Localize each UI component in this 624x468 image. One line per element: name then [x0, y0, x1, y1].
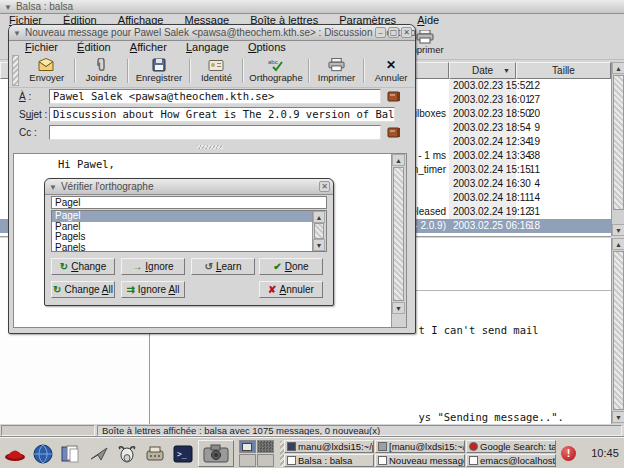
to-input[interactable]: Pawel Salek <pawsa@theochem.kth.se> [49, 89, 381, 104]
suggestion-item[interactable]: Pagels [52, 232, 326, 243]
window-menu-icon[interactable]: ▼ [49, 180, 57, 195]
scrollbar-thumb[interactable] [314, 223, 324, 239]
menu-item[interactable]: Aide [413, 14, 443, 26]
task-button[interactable]: [manu@lxdsi15:~/ma [375, 440, 465, 453]
scrollbar-thumb[interactable] [613, 251, 624, 410]
save-button[interactable]: Enregistrer [131, 55, 187, 86]
message-list-scrollbar[interactable]: ▲ ▼ [611, 62, 624, 236]
learn-button[interactable]: ↺Learn [191, 258, 255, 275]
scroll-up-icon[interactable]: ▲ [392, 154, 405, 166]
main-window-titlebar[interactable]: ▼Balsa : balsa [0, 0, 624, 14]
scroll-down-icon[interactable]: ▼ [313, 239, 325, 251]
suggestion-item[interactable]: Pagel [52, 211, 326, 222]
attach-button[interactable]: Joindre [78, 55, 126, 86]
taskbar: >_ manu@lxdsi15:~/prog [0, 437, 624, 468]
misspelled-word-input[interactable]: Pagel [51, 196, 327, 209]
close-icon[interactable]: ✕ [319, 181, 330, 192]
compose-body-scrollbar[interactable]: ▲ ▼ [391, 154, 406, 327]
task-button[interactable]: emacs@localhost.loc [466, 454, 556, 467]
scrollbar-thumb[interactable] [393, 167, 404, 301]
menu-item[interactable]: Fichier [21, 41, 62, 54]
subject-input[interactable]: Discussion about How Great is The 2.0.9 … [49, 107, 395, 122]
task-button[interactable]: Google Search: taking [466, 440, 556, 453]
suggestion-item[interactable]: Panels [52, 243, 326, 253]
window-menu-icon[interactable]: ▼ [4, 1, 12, 14]
pointer-plane-icon[interactable] [86, 441, 111, 467]
close-icon[interactable]: ✕ [401, 27, 412, 38]
task-window-icon [469, 442, 478, 451]
suggestion-item[interactable]: Panel [52, 222, 326, 233]
terminal-icon[interactable]: >_ [170, 441, 195, 467]
compose-titlebar[interactable]: ▼Nouveau message pour Pawel Salek <pawsa… [9, 25, 415, 41]
suggestions-scrollbar[interactable]: ▲ ▼ [312, 211, 326, 251]
documents-icon[interactable] [58, 441, 83, 467]
grip-icon [197, 145, 223, 149]
scroll-up-icon[interactable]: ▲ [313, 211, 325, 223]
column-header-date[interactable]: Date ▼ [449, 62, 516, 79]
scroll-down-icon[interactable]: ▼ [612, 224, 624, 236]
screenshot-camera-icon[interactable] [198, 440, 234, 467]
menu-item[interactable]: Afficher [126, 41, 171, 54]
toolbar-separator [308, 59, 310, 83]
cc-field-row: Cc : [9, 125, 415, 141]
browser-globe-icon[interactable] [30, 441, 55, 467]
body-drag-handle[interactable] [13, 143, 407, 151]
change-all-button[interactable]: ↻Change All [51, 281, 115, 298]
scroll-down-icon[interactable]: ▼ [392, 302, 405, 314]
cancel-button[interactable]: ✕ Annuler [367, 55, 415, 86]
task-list: manu@lxdsi15:~/prog [manu@lxdsi15:~/ma G… [284, 440, 556, 468]
scroll-down-icon[interactable]: ▼ [612, 411, 624, 423]
to-field-row: À : Pawel Salek <pawsa@theochem.kth.se> [9, 89, 415, 105]
workspace-pager[interactable] [239, 440, 274, 467]
redhat-menu-icon[interactable] [2, 441, 27, 467]
task-window-icon [287, 442, 296, 451]
toolbar-separator [363, 59, 365, 83]
change-button[interactable]: ↻Change [51, 258, 115, 275]
launcher-area: >_ [2, 439, 284, 468]
status-message: Boîte à lettres affichée : balsa avec 10… [97, 425, 622, 436]
spellcheck-title: Vérifier l'orthographe [61, 181, 154, 192]
address-book-icon[interactable] [387, 90, 401, 103]
workspace-3[interactable] [239, 454, 256, 467]
typewriter-icon[interactable] [142, 441, 167, 467]
toolbar-grip[interactable] [12, 55, 19, 86]
minimize-icon[interactable]: – [375, 27, 386, 38]
done-button[interactable]: ✔Done [259, 258, 323, 275]
task-window-icon [378, 456, 387, 465]
spellcheck-titlebar[interactable]: ▼Vérifier l'orthographe ✕ [45, 179, 333, 195]
ignore-all-button[interactable]: ⇉Ignore All [121, 281, 185, 298]
learn-icon: ↺ [205, 261, 213, 272]
preview-scrollbar[interactable]: ▲ ▼ [611, 238, 624, 424]
ignore-button[interactable]: →Ignore [121, 258, 185, 275]
print-button[interactable]: Imprimer [312, 55, 362, 86]
scroll-up-icon[interactable]: ▲ [612, 238, 624, 250]
maximize-icon[interactable]: ▢ [388, 27, 399, 38]
cc-input[interactable] [49, 125, 381, 140]
menu-item[interactable]: Édition [73, 41, 115, 54]
workspace-4[interactable] [257, 454, 274, 467]
scrollbar-thumb[interactable] [613, 75, 624, 210]
compose-body-text: Hi Pawel, [58, 158, 115, 170]
menu-item[interactable]: Langage [182, 41, 233, 54]
task-button[interactable]: manu@lxdsi15:~/prog [284, 440, 374, 453]
menu-item[interactable]: Options [244, 41, 290, 54]
window-menu-icon[interactable]: ▼ [13, 26, 21, 41]
cancel-button[interactable]: ✘Annuler [259, 281, 323, 298]
column-header-size[interactable]: Taille [516, 62, 611, 79]
workspace-1[interactable] [239, 440, 256, 453]
workspace-2[interactable] [257, 440, 274, 453]
spellcheck-button[interactable]: abc Orthographe [246, 55, 306, 86]
task-button[interactable]: Balsa : balsa [284, 454, 374, 467]
toolbar-separator [189, 59, 191, 83]
gnu-icon[interactable] [114, 441, 139, 467]
clock: 10:45 [588, 447, 622, 459]
printer-icon [416, 30, 434, 44]
suggestions-list: Pagel Panel Pagels Panels ▲ ▼ [51, 210, 327, 252]
identity-button[interactable]: Identité [193, 55, 241, 86]
alert-exclamation-icon[interactable]: ! [561, 446, 576, 461]
task-button[interactable]: Nouveau message po [375, 454, 465, 467]
address-book-icon[interactable] [387, 126, 401, 139]
save-floppy-icon [152, 58, 166, 72]
send-button[interactable]: Envoyer [22, 55, 72, 86]
scroll-up-icon[interactable]: ▲ [612, 62, 624, 74]
